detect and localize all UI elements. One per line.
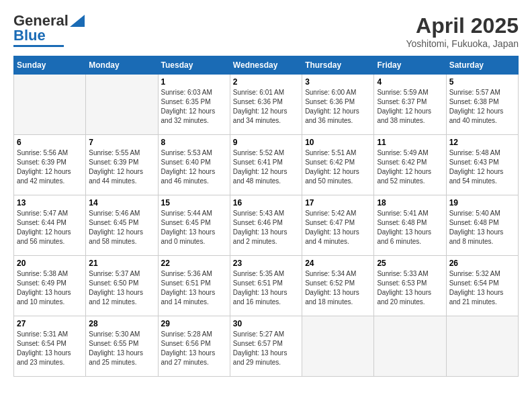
day-info: Sunrise: 5:49 AMSunset: 6:42 PMDaylight:… (377, 148, 443, 186)
logo: General Blue (13, 13, 85, 47)
day-number: 4 (377, 77, 443, 87)
calendar-day-cell: 6Sunrise: 5:56 AMSunset: 6:39 PMDaylight… (14, 135, 86, 195)
day-number: 18 (377, 198, 443, 208)
calendar-day-cell: 7Sunrise: 5:55 AMSunset: 6:39 PMDaylight… (86, 135, 158, 195)
day-info: Sunrise: 5:47 AMSunset: 6:44 PMDaylight:… (17, 209, 83, 246)
day-info: Sunrise: 5:34 AMSunset: 6:52 PMDaylight:… (305, 269, 371, 307)
day-info: Sunrise: 5:43 AMSunset: 6:46 PMDaylight:… (233, 209, 299, 246)
calendar-week-row: 27Sunrise: 5:31 AMSunset: 6:54 PMDayligh… (14, 316, 519, 377)
day-info: Sunrise: 6:03 AMSunset: 6:35 PMDaylight:… (161, 88, 227, 126)
day-info: Sunrise: 5:37 AMSunset: 6:50 PMDaylight:… (89, 269, 154, 307)
calendar-day-cell: 19Sunrise: 5:40 AMSunset: 6:48 PMDayligh… (446, 195, 518, 256)
day-number: 10 (305, 138, 371, 147)
calendar-day-cell: 14Sunrise: 5:46 AMSunset: 6:45 PMDayligh… (86, 195, 158, 256)
day-of-week-header: Thursday (302, 56, 374, 75)
day-number: 19 (449, 198, 515, 208)
day-number: 28 (89, 319, 154, 328)
calendar-day-cell: 2Sunrise: 6:01 AMSunset: 6:36 PMDaylight… (230, 75, 302, 135)
calendar-week-row: 13Sunrise: 5:47 AMSunset: 6:44 PMDayligh… (14, 195, 519, 256)
calendar-day-cell (14, 75, 86, 135)
calendar-day-cell: 12Sunrise: 5:48 AMSunset: 6:43 PMDayligh… (446, 135, 518, 195)
day-info: Sunrise: 5:56 AMSunset: 6:39 PMDaylight:… (17, 148, 83, 186)
calendar-day-cell (86, 75, 158, 135)
calendar-day-cell: 30Sunrise: 5:27 AMSunset: 6:57 PMDayligh… (230, 316, 302, 377)
day-info: Sunrise: 5:41 AMSunset: 6:48 PMDaylight:… (377, 209, 443, 246)
day-info: Sunrise: 5:59 AMSunset: 6:37 PMDaylight:… (377, 88, 443, 126)
calendar-day-cell: 22Sunrise: 5:36 AMSunset: 6:51 PMDayligh… (158, 256, 230, 316)
day-number: 30 (233, 319, 299, 328)
svg-marker-0 (70, 15, 85, 27)
day-number: 9 (233, 138, 299, 147)
calendar-day-cell: 17Sunrise: 5:42 AMSunset: 6:47 PMDayligh… (302, 195, 374, 256)
day-info: Sunrise: 5:42 AMSunset: 6:47 PMDaylight:… (305, 209, 371, 246)
day-number: 26 (449, 259, 515, 268)
day-number: 14 (89, 198, 154, 208)
calendar-day-cell: 10Sunrise: 5:51 AMSunset: 6:42 PMDayligh… (302, 135, 374, 195)
calendar-header-row: SundayMondayTuesdayWednesdayThursdayFrid… (14, 56, 519, 75)
calendar-day-cell: 26Sunrise: 5:32 AMSunset: 6:54 PMDayligh… (446, 256, 518, 316)
day-number: 13 (17, 198, 83, 208)
calendar-day-cell: 13Sunrise: 5:47 AMSunset: 6:44 PMDayligh… (14, 195, 86, 256)
day-number: 21 (89, 259, 154, 268)
day-info: Sunrise: 5:57 AMSunset: 6:38 PMDaylight:… (449, 88, 515, 126)
day-number: 15 (161, 198, 227, 208)
day-info: Sunrise: 6:01 AMSunset: 6:36 PMDaylight:… (233, 88, 299, 126)
day-of-week-header: Friday (374, 56, 446, 75)
day-number: 5 (449, 77, 515, 87)
day-info: Sunrise: 5:30 AMSunset: 6:55 PMDaylight:… (89, 330, 154, 367)
day-number: 6 (17, 138, 83, 147)
day-number: 24 (305, 259, 371, 268)
calendar-day-cell: 29Sunrise: 5:28 AMSunset: 6:56 PMDayligh… (158, 316, 230, 377)
calendar-day-cell: 25Sunrise: 5:33 AMSunset: 6:53 PMDayligh… (374, 256, 446, 316)
day-number: 22 (161, 259, 227, 268)
day-number: 16 (233, 198, 299, 208)
day-number: 2 (233, 77, 299, 87)
day-info: Sunrise: 5:33 AMSunset: 6:53 PMDaylight:… (377, 269, 443, 307)
day-info: Sunrise: 5:53 AMSunset: 6:40 PMDaylight:… (161, 148, 227, 186)
day-info: Sunrise: 5:46 AMSunset: 6:45 PMDaylight:… (89, 209, 154, 246)
location-subtitle: Yoshitomi, Fukuoka, Japan (406, 38, 519, 49)
calendar-day-cell: 16Sunrise: 5:43 AMSunset: 6:46 PMDayligh… (230, 195, 302, 256)
calendar-day-cell (302, 316, 374, 377)
day-info: Sunrise: 5:31 AMSunset: 6:54 PMDaylight:… (17, 330, 83, 367)
day-number: 11 (377, 138, 443, 147)
calendar-day-cell: 21Sunrise: 5:37 AMSunset: 6:50 PMDayligh… (86, 256, 158, 316)
calendar-day-cell: 15Sunrise: 5:44 AMSunset: 6:45 PMDayligh… (158, 195, 230, 256)
day-number: 27 (17, 319, 83, 328)
day-number: 23 (233, 259, 299, 268)
logo-underline (13, 45, 64, 47)
month-year-title: April 2025 (406, 13, 519, 38)
day-of-week-header: Saturday (446, 56, 518, 75)
day-of-week-header: Wednesday (230, 56, 302, 75)
day-info: Sunrise: 5:48 AMSunset: 6:43 PMDaylight:… (449, 148, 515, 186)
calendar-day-cell: 8Sunrise: 5:53 AMSunset: 6:40 PMDaylight… (158, 135, 230, 195)
day-info: Sunrise: 5:28 AMSunset: 6:56 PMDaylight:… (161, 330, 227, 367)
calendar-day-cell: 11Sunrise: 5:49 AMSunset: 6:42 PMDayligh… (374, 135, 446, 195)
day-of-week-header: Sunday (14, 56, 86, 75)
calendar-day-cell: 4Sunrise: 5:59 AMSunset: 6:37 PMDaylight… (374, 75, 446, 135)
calendar-day-cell: 18Sunrise: 5:41 AMSunset: 6:48 PMDayligh… (374, 195, 446, 256)
day-number: 1 (161, 77, 227, 87)
day-info: Sunrise: 5:52 AMSunset: 6:41 PMDaylight:… (233, 148, 299, 186)
calendar-day-cell: 27Sunrise: 5:31 AMSunset: 6:54 PMDayligh… (14, 316, 86, 377)
calendar-day-cell (446, 316, 518, 377)
day-of-week-header: Monday (86, 56, 158, 75)
title-block: April 2025 Yoshitomi, Fukuoka, Japan (406, 13, 519, 49)
day-info: Sunrise: 5:35 AMSunset: 6:51 PMDaylight:… (233, 269, 299, 307)
logo-arrow-icon (70, 15, 85, 27)
page-header: General Blue April 2025 Yoshitomi, Fukuo… (13, 13, 519, 49)
calendar-day-cell: 1Sunrise: 6:03 AMSunset: 6:35 PMDaylight… (158, 75, 230, 135)
day-info: Sunrise: 5:27 AMSunset: 6:57 PMDaylight:… (233, 330, 299, 367)
day-number: 29 (161, 319, 227, 328)
day-info: Sunrise: 6:00 AMSunset: 6:36 PMDaylight:… (305, 88, 371, 126)
calendar-week-row: 6Sunrise: 5:56 AMSunset: 6:39 PMDaylight… (14, 135, 519, 195)
calendar-day-cell: 23Sunrise: 5:35 AMSunset: 6:51 PMDayligh… (230, 256, 302, 316)
day-info: Sunrise: 5:36 AMSunset: 6:51 PMDaylight:… (161, 269, 227, 307)
calendar-day-cell: 9Sunrise: 5:52 AMSunset: 6:41 PMDaylight… (230, 135, 302, 195)
day-number: 3 (305, 77, 371, 87)
calendar-day-cell: 20Sunrise: 5:38 AMSunset: 6:49 PMDayligh… (14, 256, 86, 316)
day-number: 8 (161, 138, 227, 147)
calendar-week-row: 20Sunrise: 5:38 AMSunset: 6:49 PMDayligh… (14, 256, 519, 316)
logo-text: General (13, 13, 69, 28)
day-number: 25 (377, 259, 443, 268)
